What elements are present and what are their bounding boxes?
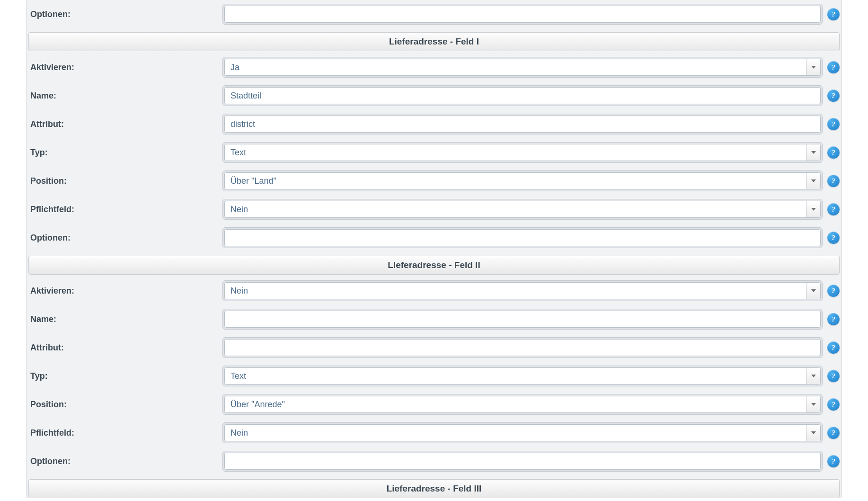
optionen-label: Optionen: bbox=[28, 233, 222, 243]
chevron-down-icon[interactable] bbox=[806, 283, 820, 299]
help-icon[interactable]: ? bbox=[827, 398, 840, 411]
help-icon[interactable]: ? bbox=[827, 232, 840, 244]
typ-select-1[interactable]: Text bbox=[224, 144, 821, 161]
chevron-down-icon[interactable] bbox=[806, 368, 820, 384]
pflichtfeld-label: Pflichtfeld: bbox=[28, 428, 222, 438]
pflichtfeld-label: Pflichtfeld: bbox=[28, 205, 222, 215]
optionen-label: Optionen: bbox=[28, 456, 222, 466]
typ-select-2[interactable]: Text bbox=[224, 367, 821, 385]
aktivieren-label: Aktivieren: bbox=[28, 63, 222, 72]
name-label: Name: bbox=[28, 91, 222, 101]
position-label: Position: bbox=[28, 176, 222, 186]
select-value: Text bbox=[225, 368, 806, 384]
select-value: Ja bbox=[225, 59, 806, 75]
help-icon[interactable]: ? bbox=[827, 89, 840, 102]
chevron-down-icon[interactable] bbox=[806, 425, 820, 441]
name-label: Name: bbox=[28, 314, 222, 324]
optionen-input-1[interactable] bbox=[224, 229, 821, 246]
section-header-feld-1: Lieferadresse - Feld I bbox=[28, 32, 840, 51]
aktivieren-select-1[interactable]: Ja bbox=[224, 59, 821, 76]
typ-label: Typ: bbox=[28, 148, 222, 158]
position-select-1[interactable]: Über "Land" bbox=[224, 172, 821, 189]
attribut-input-2[interactable] bbox=[224, 339, 821, 356]
help-icon[interactable]: ? bbox=[827, 285, 840, 297]
help-icon[interactable]: ? bbox=[827, 455, 840, 467]
help-icon[interactable]: ? bbox=[827, 427, 840, 439]
name-input-2[interactable] bbox=[224, 311, 821, 328]
pflichtfeld-select-2[interactable]: Nein bbox=[224, 424, 821, 441]
select-value: Nein bbox=[225, 201, 806, 217]
section-header-feld-2: Lieferadresse - Feld II bbox=[28, 256, 840, 275]
position-select-2[interactable]: Über "Anrede" bbox=[224, 396, 821, 413]
chevron-down-icon[interactable] bbox=[806, 59, 820, 75]
chevron-down-icon[interactable] bbox=[806, 396, 820, 412]
select-value: Nein bbox=[225, 283, 806, 299]
attribut-label: Attribut: bbox=[28, 343, 222, 353]
help-icon[interactable]: ? bbox=[827, 175, 840, 187]
name-input-1[interactable] bbox=[224, 87, 821, 104]
select-value: Über "Anrede" bbox=[225, 396, 806, 412]
chevron-down-icon[interactable] bbox=[806, 173, 820, 189]
pflichtfeld-select-1[interactable]: Nein bbox=[224, 201, 821, 218]
chevron-down-icon[interactable] bbox=[806, 144, 820, 161]
optionen-input-prev[interactable] bbox=[224, 6, 821, 23]
select-value: Über "Land" bbox=[225, 173, 806, 189]
attribut-input-1[interactable] bbox=[224, 116, 821, 133]
aktivieren-select-2[interactable]: Nein bbox=[224, 282, 821, 299]
help-icon[interactable]: ? bbox=[827, 313, 840, 325]
help-icon[interactable]: ? bbox=[827, 203, 840, 215]
attribut-label: Attribut: bbox=[28, 119, 222, 129]
help-icon[interactable]: ? bbox=[827, 370, 840, 382]
chevron-down-icon[interactable] bbox=[806, 201, 820, 217]
select-value: Text bbox=[225, 144, 806, 161]
aktivieren-label: Aktivieren: bbox=[28, 286, 222, 296]
help-icon[interactable]: ? bbox=[827, 61, 840, 73]
help-icon[interactable]: ? bbox=[827, 118, 840, 130]
position-label: Position: bbox=[28, 400, 222, 410]
select-value: Nein bbox=[225, 425, 806, 441]
optionen-label: Optionen: bbox=[28, 9, 222, 19]
help-icon[interactable]: ? bbox=[827, 8, 840, 20]
help-icon[interactable]: ? bbox=[827, 341, 840, 354]
help-icon[interactable]: ? bbox=[827, 146, 840, 159]
optionen-input-2[interactable] bbox=[224, 453, 821, 470]
section-header-feld-3: Lieferadresse - Feld III bbox=[28, 479, 840, 498]
typ-label: Typ: bbox=[28, 371, 222, 381]
